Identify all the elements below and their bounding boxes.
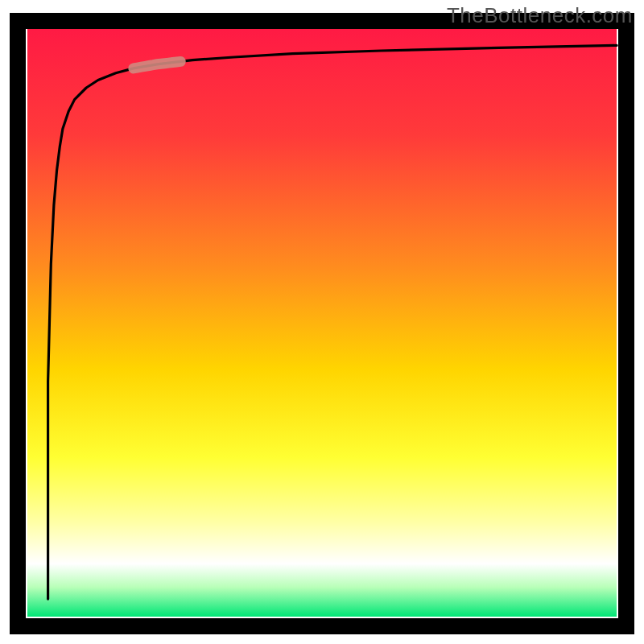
plot-area	[18, 21, 626, 626]
gradient-background	[27, 29, 617, 617]
curve-highlight-icon	[134, 61, 181, 68]
chart-svg	[0, 0, 644, 644]
chart-frame: TheBottleneck.com	[0, 0, 644, 644]
watermark-label: TheBottleneck.com	[447, 3, 633, 28]
